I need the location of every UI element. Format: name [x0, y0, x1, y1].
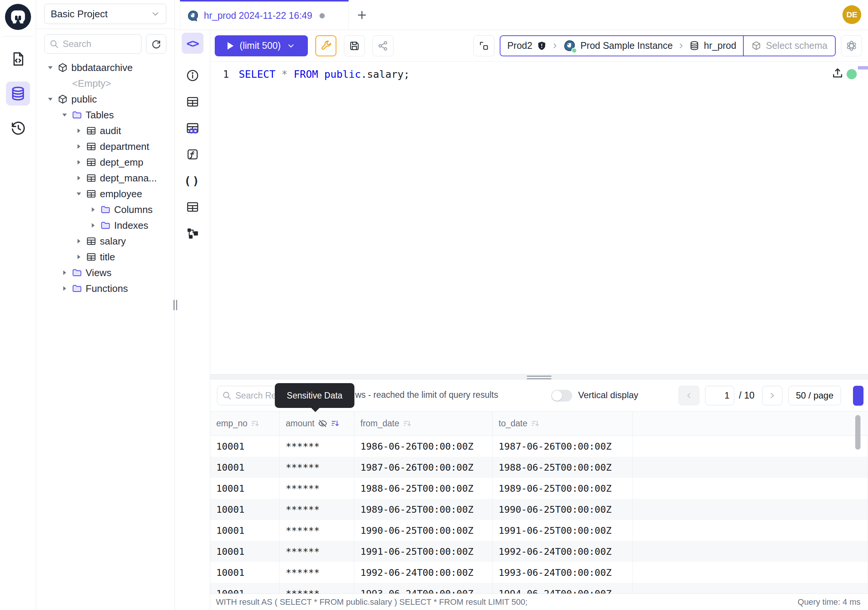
next-page-button[interactable]	[762, 386, 783, 405]
page-size-select[interactable]: 50 / page	[788, 386, 841, 405]
tooltip-arrow	[311, 408, 320, 412]
sidebar-search[interactable]	[44, 34, 141, 54]
schema-cube-icon	[57, 62, 68, 73]
table-row[interactable]: 10001 ****** 1989-06-25T00:00:00Z 1990-0…	[210, 499, 868, 520]
column-header-to-date[interactable]: to_date	[493, 412, 632, 435]
add-tab-button[interactable]	[349, 0, 375, 29]
rail-worksheet-button[interactable]	[6, 47, 30, 71]
run-button-label: (limit 500)	[240, 40, 281, 51]
bytebase-logo[interactable]	[4, 3, 32, 31]
tree-item-indexes[interactable]: Indexes	[36, 217, 175, 233]
table-row[interactable]: 10001 ****** 1993-06-24T00:00:00Z 1994-0…	[210, 583, 868, 593]
column-header-filler	[632, 412, 868, 435]
share-sheet-button[interactable]	[372, 35, 394, 56]
sort-icon-active[interactable]	[331, 419, 339, 428]
table-icon	[86, 141, 96, 152]
tree-item-dept-manager[interactable]: dept_mana...	[36, 170, 175, 186]
results-grid[interactable]: 10001 ****** 1986-06-26T00:00:00Z 1987-0…	[210, 436, 868, 593]
column-header-emp-no[interactable]: emp_no	[210, 412, 280, 435]
tree-item-employee[interactable]: employee	[36, 186, 175, 202]
sidebar-resize-handle[interactable]	[174, 300, 177, 310]
column-header-from-date[interactable]: from_date	[354, 412, 493, 435]
connection-icon	[478, 40, 490, 51]
procedures-panel-button[interactable]: ()	[182, 170, 203, 191]
sort-icon[interactable]	[251, 419, 259, 428]
schema-diagram-icon	[186, 227, 199, 240]
sql-editor-pane[interactable]: 1 SELECT * FROM public.salary;	[210, 62, 868, 374]
tree-item-dept-emp[interactable]: dept_emp	[36, 154, 175, 170]
chevron-right-icon	[677, 42, 685, 50]
export-button[interactable]	[853, 386, 863, 406]
tree-item-empty: <Empty>	[36, 76, 175, 91]
table-row[interactable]: 10001 ****** 1991-06-25T00:00:00Z 1992-0…	[210, 541, 868, 562]
table-icon	[186, 200, 199, 214]
views-panel-button[interactable]	[182, 196, 203, 217]
results-panel: Sensitive Data ws - reached the limit of…	[210, 379, 868, 593]
refresh-icon	[151, 39, 161, 49]
caret-right-icon	[75, 143, 82, 150]
rail-history-button[interactable]	[6, 116, 30, 140]
connection-selector[interactable]: Prod2 Prod Sample Instance h	[500, 35, 743, 56]
shield-icon	[537, 41, 547, 51]
tree-item-audit[interactable]: audit	[36, 123, 175, 139]
table-icon	[186, 95, 199, 109]
tab-hr-prod[interactable]: hr_prod 2024-11-22 16:49	[180, 0, 349, 29]
tree-item-salary[interactable]: salary	[36, 233, 175, 249]
tree-item-title[interactable]: title	[36, 249, 175, 265]
tables-panel-button[interactable]	[182, 91, 203, 112]
functions-panel-button[interactable]	[182, 144, 203, 165]
connection-ready-dot	[846, 69, 857, 79]
column-header-amount[interactable]: amount	[280, 412, 354, 435]
refresh-button[interactable]	[146, 34, 166, 54]
executed-query-text: WITH result AS ( SELECT * FROM public.sa…	[216, 597, 527, 607]
diagram-panel-button[interactable]	[182, 223, 203, 244]
caret-right-icon	[61, 269, 68, 276]
sidebar-search-input[interactable]	[63, 39, 136, 49]
sql-keyword: SELECT	[239, 68, 276, 80]
code-panel-button[interactable]: <>	[182, 33, 203, 54]
tree-item-columns[interactable]: Columns	[36, 202, 175, 217]
results-scrollbar[interactable]	[855, 415, 860, 450]
line-number: 1	[210, 67, 239, 82]
format-sql-button[interactable]	[315, 35, 336, 56]
tree-item-tables[interactable]: Tables	[36, 107, 175, 123]
tree-item-bbdataarchive[interactable]: bbdataarchive	[36, 60, 175, 76]
search-icon	[49, 39, 59, 49]
project-select[interactable]: Basic Project	[44, 4, 166, 24]
sort-icon[interactable]	[403, 419, 411, 428]
table-row[interactable]: 10001 ****** 1987-06-26T00:00:00Z 1988-0…	[210, 457, 868, 478]
results-header-row: emp_no amount from_date	[210, 411, 868, 436]
caret-right-icon	[89, 222, 97, 229]
folder-icon	[100, 204, 111, 215]
user-avatar[interactable]: DE	[842, 5, 861, 24]
chevron-down-icon	[287, 42, 295, 50]
sort-icon[interactable]	[531, 419, 539, 428]
schema-selector[interactable]: Select schema	[743, 35, 836, 56]
upload-icon[interactable]	[831, 67, 844, 80]
tree-item-department[interactable]: department	[36, 139, 175, 154]
vertical-display-toggle[interactable]	[551, 390, 572, 402]
external-tables-panel-button[interactable]	[182, 118, 203, 139]
table-row[interactable]: 10001 ****** 1990-06-25T00:00:00Z 1991-0…	[210, 520, 868, 541]
page-number-input[interactable]	[705, 386, 734, 405]
results-toolbar: Sensitive Data ws - reached the limit of…	[210, 379, 868, 411]
table-row[interactable]: 10001 ****** 1988-06-25T00:00:00Z 1989-0…	[210, 478, 868, 499]
tree-item-views[interactable]: Views	[36, 265, 175, 281]
panel-splitter[interactable]	[210, 374, 868, 379]
table-row[interactable]: 10001 ****** 1986-06-26T00:00:00Z 1987-0…	[210, 436, 868, 457]
ai-assistant-button[interactable]	[841, 35, 862, 56]
tree-item-functions[interactable]: Functions	[36, 281, 175, 296]
eye-off-icon[interactable]	[318, 419, 327, 428]
run-query-button[interactable]: (limit 500)	[215, 35, 308, 56]
table-row[interactable]: 10001 ****** 1992-06-24T00:00:00Z 1993-0…	[210, 562, 868, 583]
save-sheet-button[interactable]	[344, 35, 365, 56]
tab-title: hr_prod 2024-11-22 16:49	[204, 10, 312, 21]
code-line: 1 SELECT * FROM public.salary;	[210, 67, 409, 82]
rail-database-button[interactable]	[6, 82, 30, 106]
postgres-icon	[563, 39, 576, 52]
connection-copy-button[interactable]	[473, 35, 494, 56]
sensitive-data-tooltip: Sensitive Data	[275, 383, 354, 408]
tree-item-public[interactable]: public	[36, 91, 175, 107]
info-panel-button[interactable]	[182, 65, 203, 86]
prev-page-button[interactable]	[678, 386, 699, 405]
